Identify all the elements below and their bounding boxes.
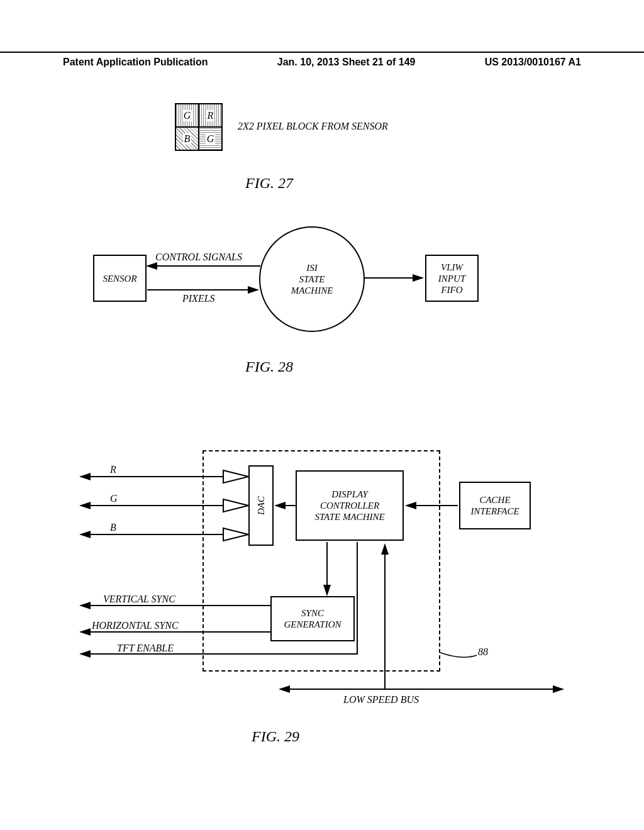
- g-label: G: [110, 493, 118, 504]
- fig28-arrows-svg: [0, 0, 644, 830]
- fig28-caption: FIG. 28: [245, 358, 293, 375]
- vertical-sync-label: VERTICAL SYNC: [103, 594, 175, 605]
- control-signals-label: CONTROL SIGNALS: [155, 252, 242, 263]
- tft-enable-label: TFT ENABLE: [117, 643, 174, 654]
- display-controller-box: DISPLAY CONTROLLER STATE MACHINE: [296, 470, 404, 541]
- b-label: B: [110, 522, 116, 533]
- vliw-fifo-box: VLIW INPUT FIFO: [425, 255, 479, 302]
- fig29-caption: FIG. 29: [252, 728, 299, 745]
- pixels-label: PIXELS: [182, 293, 215, 304]
- sync-generation-box: SYNC GENERATION: [270, 596, 355, 641]
- ref-88: 88: [478, 646, 488, 658]
- sensor-box: SENSOR: [93, 255, 147, 302]
- isi-state-machine-circle: ISI STATE MACHINE: [259, 226, 365, 332]
- low-speed-bus-label: LOW SPEED BUS: [343, 694, 419, 706]
- dac-box: DAC: [248, 465, 274, 546]
- cache-interface-box: CACHE INTERFACE: [459, 482, 531, 529]
- horizontal-sync-label: HORIZONTAL SYNC: [92, 620, 179, 631]
- r-label: R: [110, 464, 116, 475]
